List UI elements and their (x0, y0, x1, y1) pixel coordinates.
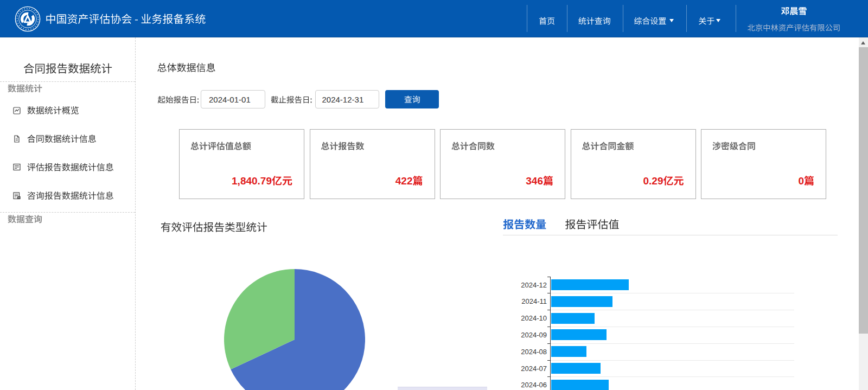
svg-text:2024-07: 2024-07 (521, 365, 547, 373)
svg-text:2024-08: 2024-08 (521, 348, 547, 356)
svg-text:2024-09: 2024-09 (521, 331, 547, 339)
svg-text:2024-10: 2024-10 (521, 314, 547, 322)
svg-text:2024-06: 2024-06 (521, 381, 547, 389)
svg-text:2024-11: 2024-11 (521, 297, 547, 305)
svg-text:2024-12: 2024-12 (521, 281, 547, 289)
